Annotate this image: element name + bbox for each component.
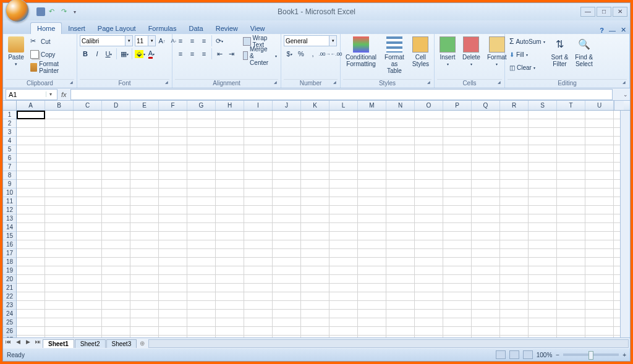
row-header[interactable]: 3: [3, 128, 16, 137]
row-header[interactable]: 10: [3, 188, 16, 197]
zoom-out-button[interactable]: −: [556, 352, 559, 358]
row-header[interactable]: 2: [3, 119, 16, 128]
close-button[interactable]: ✕: [613, 7, 627, 17]
column-header[interactable]: A: [17, 101, 45, 110]
row-header[interactable]: 1: [3, 111, 16, 119]
row-header[interactable]: 6: [3, 154, 16, 163]
column-header[interactable]: G: [187, 101, 216, 110]
copy-button[interactable]: Copy: [28, 48, 74, 61]
font-color-button[interactable]: A▾: [146, 48, 157, 59]
sheet-nav-last[interactable]: ⏭: [33, 339, 43, 349]
ribbon-close-icon[interactable]: ✕: [621, 26, 626, 34]
name-box[interactable]: ▾: [6, 89, 57, 100]
row-header[interactable]: 9: [3, 180, 16, 188]
column-header[interactable]: B: [45, 101, 74, 110]
zoom-in-button[interactable]: +: [622, 352, 626, 358]
fill-color-button[interactable]: ⬙▾: [134, 48, 145, 59]
bold-button[interactable]: B: [80, 48, 91, 59]
row-header[interactable]: 16: [3, 240, 16, 249]
row-header[interactable]: 21: [3, 284, 16, 292]
tab-data[interactable]: Data: [182, 23, 209, 34]
cells-area[interactable]: [17, 111, 620, 337]
increase-indent-button[interactable]: ⇥: [226, 48, 237, 59]
increase-decimal-button[interactable]: .00→: [319, 48, 330, 59]
tab-page-layout[interactable]: Page Layout: [91, 23, 142, 34]
qat-dropdown-icon[interactable]: ▾: [74, 9, 76, 15]
grow-font-button[interactable]: A↑: [156, 35, 168, 46]
align-middle-button[interactable]: ≡: [187, 35, 198, 46]
horizontal-scrollbar[interactable]: [148, 339, 629, 348]
vertical-scrollbar[interactable]: [620, 111, 630, 337]
column-header[interactable]: J: [273, 101, 301, 110]
fill-button[interactable]: ⬇Fill▾: [508, 48, 547, 61]
chevron-down-icon[interactable]: ▾: [148, 35, 156, 46]
row-header[interactable]: 22: [3, 292, 16, 301]
column-header[interactable]: H: [216, 101, 244, 110]
insert-cells-button[interactable]: Insert▾: [437, 35, 458, 67]
fx-icon[interactable]: fx: [61, 91, 67, 98]
sheet-nav-prev[interactable]: ◀: [13, 339, 23, 349]
column-header[interactable]: S: [529, 101, 557, 110]
comma-button[interactable]: ,: [307, 48, 318, 59]
align-right-button[interactable]: ≡: [198, 48, 210, 59]
align-left-button[interactable]: ≡: [175, 48, 186, 59]
format-painter-button[interactable]: Format Painter: [28, 61, 74, 74]
column-header[interactable]: E: [130, 101, 159, 110]
border-button[interactable]: ▦▾: [119, 48, 130, 59]
redo-icon[interactable]: ↷: [61, 7, 70, 16]
row-header[interactable]: 18: [3, 258, 16, 266]
minimize-button[interactable]: —: [580, 7, 595, 17]
row-header[interactable]: 4: [3, 137, 16, 145]
row-header[interactable]: 25: [3, 318, 16, 327]
column-header[interactable]: L: [329, 101, 358, 110]
column-header[interactable]: O: [415, 101, 443, 110]
row-header[interactable]: 20: [3, 275, 16, 284]
tab-review[interactable]: Review: [210, 23, 244, 34]
office-button[interactable]: [6, 0, 29, 22]
insert-sheet-icon[interactable]: ⊕: [137, 340, 147, 347]
tab-view[interactable]: View: [244, 23, 271, 34]
chevron-down-icon[interactable]: ▾: [46, 91, 54, 97]
row-header[interactable]: 17: [3, 249, 16, 258]
expand-formula-icon[interactable]: ⌄: [621, 91, 630, 98]
sort-filter-button[interactable]: ⇅Sort & Filter: [549, 35, 571, 69]
column-header[interactable]: D: [102, 101, 130, 110]
orientation-button[interactable]: ⟳▾: [214, 35, 225, 46]
column-header[interactable]: F: [159, 101, 187, 110]
tab-insert[interactable]: Insert: [62, 23, 91, 34]
column-header[interactable]: U: [585, 101, 614, 110]
sheet-nav-first[interactable]: ⏮: [3, 339, 13, 349]
format-as-table-button[interactable]: Format as Table: [381, 35, 408, 75]
help-icon[interactable]: ?: [600, 27, 604, 34]
maximize-button[interactable]: □: [597, 7, 611, 17]
zoom-slider[interactable]: [563, 353, 619, 356]
sheet-nav-next[interactable]: ▶: [23, 339, 33, 349]
font-size-input[interactable]: [135, 35, 148, 46]
cell-styles-button[interactable]: Cell Styles: [410, 35, 431, 69]
formula-input[interactable]: [70, 89, 613, 100]
percent-button[interactable]: %: [295, 48, 307, 59]
row-header[interactable]: 5: [3, 145, 16, 154]
active-cell[interactable]: [17, 111, 45, 119]
row-header[interactable]: 24: [3, 310, 16, 318]
row-header[interactable]: 27: [3, 336, 16, 337]
decrease-indent-button[interactable]: ⇤: [214, 48, 225, 59]
merge-center-button[interactable]: Merge & Center▾: [241, 49, 279, 62]
row-header[interactable]: 7: [3, 163, 16, 171]
tab-home[interactable]: Home: [30, 22, 62, 34]
page-break-view-button[interactable]: [523, 350, 533, 359]
tab-formulas[interactable]: Formulas: [142, 23, 183, 34]
underline-button[interactable]: U▾: [103, 48, 114, 59]
row-header[interactable]: 26: [3, 327, 16, 336]
align-center-button[interactable]: ≡: [187, 48, 198, 59]
align-bottom-button[interactable]: ≡: [198, 35, 210, 46]
row-header[interactable]: 19: [3, 266, 16, 275]
font-name-input[interactable]: [80, 35, 125, 46]
select-all-corner[interactable]: [3, 101, 17, 110]
name-box-input[interactable]: [6, 91, 46, 98]
column-header[interactable]: Q: [472, 101, 500, 110]
row-header[interactable]: 11: [3, 197, 16, 206]
normal-view-button[interactable]: [496, 350, 506, 359]
row-header[interactable]: 12: [3, 206, 16, 214]
column-header[interactable]: P: [443, 101, 472, 110]
